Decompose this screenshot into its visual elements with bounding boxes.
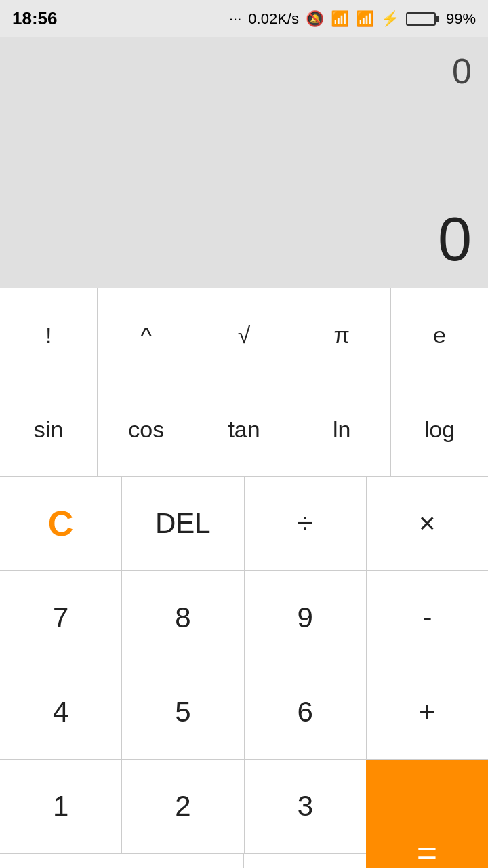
btn-sqrt[interactable]: √ [195, 288, 293, 382]
bottom-left: 1 2 3 0 . [0, 760, 366, 868]
row-456: 4 5 6 + [0, 665, 488, 760]
btn-e[interactable]: e [391, 288, 488, 382]
btn-0[interactable]: 0 [0, 854, 244, 868]
btn-equals[interactable]: = [366, 760, 488, 868]
btn-6[interactable]: 6 [245, 665, 367, 759]
battery-percent: 99% [446, 10, 476, 28]
scientific-row: ! ^ √ π e [0, 288, 488, 382]
keyboard: ! ^ √ π e sin cos tan ln log C DEL ÷ × 7… [0, 288, 488, 868]
trig-row: sin cos tan ln log [0, 382, 488, 477]
bolt-icon: ⚡ [381, 10, 399, 28]
btn-ln[interactable]: ln [293, 382, 391, 476]
btn-3[interactable]: 3 [245, 760, 366, 853]
display-expression: 0 [16, 51, 472, 92]
status-time: 18:56 [12, 8, 58, 29]
row-0dot: 0 . [0, 854, 366, 868]
btn-7[interactable]: 7 [0, 571, 122, 665]
signal-icon: 🔕 [306, 10, 324, 28]
btn-clear[interactable]: C [0, 477, 122, 570]
btn-sin[interactable]: sin [0, 382, 98, 476]
btn-9[interactable]: 9 [245, 571, 367, 665]
btn-2[interactable]: 2 [122, 760, 244, 853]
btn-divide[interactable]: ÷ [245, 477, 367, 570]
display-result: 0 [16, 205, 472, 275]
btn-add[interactable]: + [367, 665, 488, 759]
btn-power[interactable]: ^ [98, 288, 195, 382]
btn-del[interactable]: DEL [122, 477, 244, 570]
signal-bars-icon: 📶 [356, 10, 374, 28]
battery-icon [406, 12, 439, 26]
wifi-icon: 📶 [331, 10, 349, 28]
btn-8[interactable]: 8 [122, 571, 244, 665]
btn-cos[interactable]: cos [98, 382, 195, 476]
btn-pi[interactable]: π [293, 288, 391, 382]
status-bar: 18:56 ··· 0.02K/s 🔕 📶 📶 ⚡ 99% [0, 0, 488, 37]
btn-4[interactable]: 4 [0, 665, 122, 759]
btn-log[interactable]: log [391, 382, 488, 476]
operator-row: C DEL ÷ × [0, 477, 488, 571]
btn-5[interactable]: 5 [122, 665, 244, 759]
btn-factorial[interactable]: ! [0, 288, 98, 382]
btn-subtract[interactable]: - [367, 571, 488, 665]
btn-1[interactable]: 1 [0, 760, 122, 853]
status-network: 0.02K/s [248, 10, 299, 28]
btn-tan[interactable]: tan [195, 382, 293, 476]
status-right: ··· 0.02K/s 🔕 📶 📶 ⚡ 99% [229, 10, 476, 28]
status-dots: ··· [229, 10, 241, 28]
bottom-rows: 1 2 3 0 . = [0, 760, 488, 868]
row-789: 7 8 9 - [0, 571, 488, 665]
row-123: 1 2 3 [0, 760, 366, 854]
btn-multiply[interactable]: × [367, 477, 488, 570]
display-area: 0 0 [0, 37, 488, 288]
btn-dot[interactable]: . [244, 854, 366, 868]
